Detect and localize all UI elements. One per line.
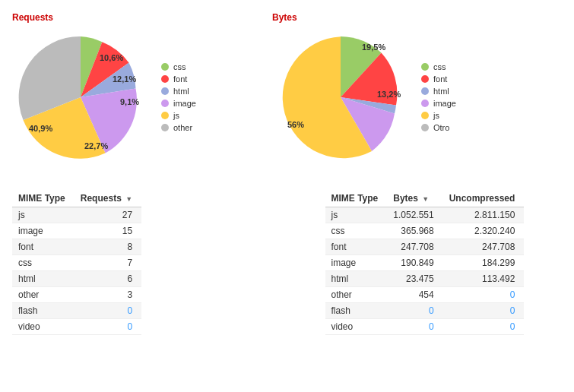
bytes-css-dot (421, 63, 429, 71)
svg-text:40,9%: 40,9% (29, 124, 52, 133)
css-dot (161, 63, 169, 71)
requests-chart-section: Requests (12, 12, 196, 166)
bytes-sort-icon: ▼ (422, 195, 429, 203)
table-row: font8 (12, 239, 141, 255)
table-row: js27 (12, 207, 141, 223)
bytes-col-uncompressed: Uncompressed (443, 190, 525, 207)
value-cell: 0 (75, 319, 141, 335)
table-row: image190.849184.299 (325, 255, 525, 271)
uncompressed-cell: 0 (443, 287, 525, 303)
svg-text:12,1%: 12,1% (113, 74, 136, 84)
uncompressed-cell: 184.299 (443, 255, 525, 271)
bytes-js-dot (421, 112, 429, 119)
mimetype-cell: css (325, 223, 388, 239)
legend-item-css: css (161, 62, 196, 71)
uncompressed-cell: 2.320.240 (443, 223, 525, 239)
requests-pie: 10,6% 12,1% 9,1% 22,7% 40,9% (12, 29, 149, 166)
uncompressed-cell: 113.492 (443, 271, 525, 287)
mimetype-cell: font (325, 239, 388, 255)
table-row: css7 (12, 255, 141, 271)
table-row: html23.475113.492 (325, 271, 525, 287)
bytes-image-dot (421, 100, 429, 107)
requests-table-section: MIME Type Requests ▼ js27image15font8css… (12, 190, 249, 335)
value-cell: 7 (75, 255, 141, 271)
uncompressed-cell: 2.811.150 (443, 207, 525, 223)
table-row: js1.052.5512.811.150 (325, 207, 525, 223)
table-row: other4540 (325, 287, 525, 303)
mimetype-cell: other (325, 287, 388, 303)
js-dot (161, 112, 169, 119)
font-label: font (173, 74, 187, 84)
legend-item-other: other (161, 123, 196, 132)
bytes-legend-item-otro: Otro (421, 123, 456, 132)
bytes-cell: 0 (387, 319, 442, 335)
requests-legend: css font html image js (161, 62, 196, 132)
value-cell: 0 (75, 303, 141, 319)
css-label: css (173, 62, 186, 71)
font-dot (161, 75, 169, 83)
bytes-legend: css font html image js (421, 62, 456, 132)
svg-text:22,7%: 22,7% (84, 141, 108, 150)
bytes-col-bytes[interactable]: Bytes ▼ (387, 190, 442, 207)
value-cell: 3 (75, 287, 141, 303)
requests-col-requests[interactable]: Requests ▼ (75, 190, 141, 207)
other-label: other (173, 123, 192, 132)
mimetype-cell: html (325, 271, 388, 287)
table-row: html6 (12, 271, 141, 287)
mimetype-cell: js (325, 207, 388, 223)
bytes-cell: 23.475 (387, 271, 442, 287)
bytes-legend-item-font: font (421, 74, 456, 84)
bytes-pie: 19,5% 13,2% 56% (272, 29, 409, 166)
tables-row: MIME Type Requests ▼ js27image15font8css… (12, 190, 562, 335)
legend-item-font: font (161, 74, 196, 84)
svg-text:19,5%: 19,5% (362, 43, 385, 52)
mimetype-cell: font (12, 239, 75, 255)
requests-sort-icon: ▼ (125, 195, 132, 203)
svg-text:9,1%: 9,1% (120, 97, 139, 106)
bytes-otro-dot (421, 124, 429, 131)
bytes-legend-item-js: js (421, 111, 456, 120)
mimetype-cell: js (12, 207, 75, 223)
legend-item-image: image (161, 99, 196, 108)
table-row: video00 (325, 319, 525, 335)
requests-chart-container: 10,6% 12,1% 9,1% 22,7% 40,9% css font (12, 29, 196, 166)
value-cell: 8 (75, 239, 141, 255)
bytes-chart-section: Bytes 19,5% (272, 12, 456, 166)
bytes-cell: 454 (387, 287, 442, 303)
bytes-css-label: css (433, 62, 446, 71)
bytes-table: MIME Type Bytes ▼ Uncompressed js1.052.5… (325, 190, 525, 335)
table-row: font247.708247.708 (325, 239, 525, 255)
image-dot (161, 100, 169, 107)
table-row: other3 (12, 287, 141, 303)
bytes-html-label: html (433, 87, 449, 96)
value-cell: 6 (75, 271, 141, 287)
table-row: flash00 (325, 303, 525, 319)
bytes-font-dot (421, 75, 429, 83)
bytes-cell: 1.052.551 (387, 207, 442, 223)
bytes-chart-title: Bytes (272, 12, 456, 23)
mimetype-cell: other (12, 287, 75, 303)
bytes-js-label: js (433, 111, 439, 120)
bytes-cell: 0 (387, 303, 442, 319)
bytes-legend-item-css: css (421, 62, 456, 71)
html-label: html (173, 87, 189, 96)
bytes-cell: 247.708 (387, 239, 442, 255)
table-row: image15 (12, 223, 141, 239)
uncompressed-cell: 0 (443, 303, 525, 319)
mimetype-cell: image (325, 255, 388, 271)
mimetype-cell: flash (12, 303, 75, 319)
uncompressed-cell: 0 (443, 319, 525, 335)
bytes-otro-label: Otro (433, 123, 449, 132)
table-row: video0 (12, 319, 141, 335)
uncompressed-cell: 247.708 (443, 239, 525, 255)
table-row: flash0 (12, 303, 141, 319)
mimetype-cell: css (12, 255, 75, 271)
legend-item-js: js (161, 111, 196, 120)
image-label: image (173, 99, 196, 108)
requests-table: MIME Type Requests ▼ js27image15font8css… (12, 190, 141, 335)
bytes-col-mimetype: MIME Type (325, 190, 388, 207)
mimetype-cell: video (12, 319, 75, 335)
bytes-cell: 365.968 (387, 223, 442, 239)
charts-row: Requests (12, 12, 562, 166)
mimetype-cell: image (12, 223, 75, 239)
